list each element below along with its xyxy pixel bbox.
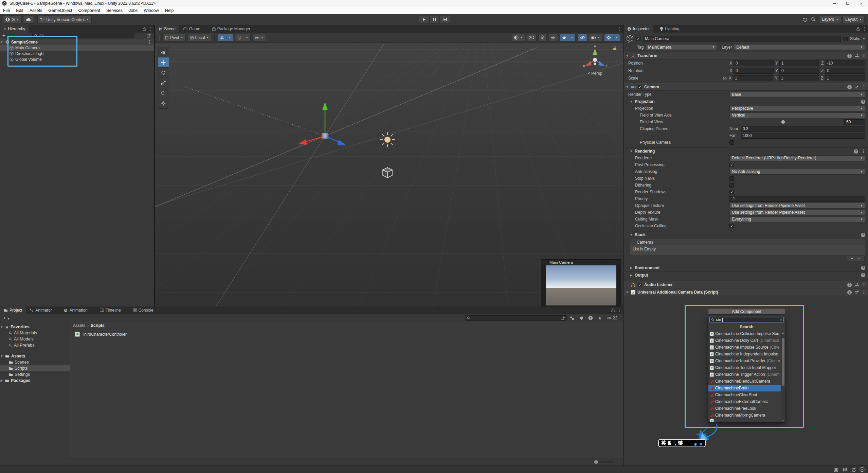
drag-handle-icon[interactable]: [543, 261, 547, 264]
projection-dropdown[interactable]: Perspective▼: [729, 106, 865, 111]
component-list-item[interactable]: CinemachineMixingCamera: [708, 412, 785, 419]
account-dropdown[interactable]: G▼: [3, 16, 22, 23]
camera-component-header[interactable]: ▼ Camera ? ⋮: [623, 83, 868, 91]
output-foldout[interactable]: ▶Output ?: [623, 271, 868, 279]
project-search-input[interactable]: [465, 315, 567, 321]
component-list-item[interactable]: CinemachineBlendListCamera: [708, 378, 785, 385]
minimize-button[interactable]: [827, 0, 841, 7]
pivot-dropdown[interactable]: Pivot▼: [162, 34, 186, 41]
active-checkbox[interactable]: [636, 37, 640, 41]
physical-camera-checkbox[interactable]: [729, 140, 734, 145]
camera-settings-dropdown[interactable]: ▼: [589, 34, 602, 41]
view-hand-tool[interactable]: [158, 47, 169, 57]
effects-caret[interactable]: ▼: [569, 36, 573, 39]
folder-settings[interactable]: Settings: [0, 371, 70, 378]
component-menu-icon[interactable]: ⋮: [862, 282, 866, 287]
hierarchy-item-directional-light[interactable]: Directional Light: [0, 51, 154, 56]
search-icon[interactable]: [811, 17, 816, 22]
scale-x-field[interactable]: 1: [733, 75, 773, 81]
scale-y-field[interactable]: 1: [779, 75, 819, 81]
static-checkbox[interactable]: [843, 37, 848, 41]
component-menu-icon[interactable]: ⋮: [862, 85, 866, 89]
rotation-x-field[interactable]: 0: [734, 68, 774, 74]
snap-toggle[interactable]: ▼: [235, 34, 251, 41]
component-list-item[interactable]: #Cinemachine Trigger Action (Cinem: [708, 371, 785, 378]
assets-root[interactable]: ▼ Assets: [0, 353, 70, 359]
rotation-z-field[interactable]: 0: [825, 68, 865, 74]
help-icon[interactable]: ?: [861, 100, 865, 104]
pause-button[interactable]: [429, 16, 440, 23]
add-component-button[interactable]: Add Component: [708, 308, 785, 315]
render-shadows-checkbox[interactable]: [729, 190, 734, 194]
scene-viewport[interactable]: y x z < Persp Ma: [155, 43, 623, 306]
help-icon[interactable]: ?: [861, 266, 865, 270]
menu-help[interactable]: Help: [162, 8, 177, 13]
transform-component-header[interactable]: ▼ Transform ? ⋮: [623, 52, 868, 59]
uacd-component-header[interactable]: ▼ # Universal Additional Camera Data (Sc…: [623, 288, 868, 296]
menu-file[interactable]: File: [0, 8, 13, 13]
filter-by-label-icon[interactable]: [579, 316, 583, 320]
hierarchy-scene-row[interactable]: ▼ SampleScene ⋮: [0, 39, 154, 45]
component-list-item[interactable]: CinemachineClearShot: [708, 391, 785, 398]
shading-mode-dropdown[interactable]: ▼: [512, 34, 525, 41]
burst-disabled-icon[interactable]: [842, 467, 848, 472]
menu-component[interactable]: Component: [75, 8, 103, 13]
menu-jobs[interactable]: Jobs: [126, 8, 141, 13]
rotation-y-field[interactable]: 0: [779, 68, 819, 74]
component-list-item[interactable]: #Cinemachine Independent Impulse: [708, 351, 785, 357]
hierarchy-item-main-camera[interactable]: Main Camera: [0, 45, 154, 51]
tab-console[interactable]: Console: [129, 306, 157, 314]
layer-dropdown[interactable]: Default▼: [734, 44, 865, 50]
local-dropdown[interactable]: Local▼: [187, 34, 212, 41]
projection-mode-label[interactable]: < Persp: [581, 71, 609, 76]
hidden-packages-icon[interactable]: [588, 316, 593, 320]
component-enabled-checkbox[interactable]: [638, 283, 642, 287]
help-icon[interactable]: ?: [861, 233, 865, 237]
progress-ok-icon[interactable]: [860, 467, 865, 472]
help-icon[interactable]: ?: [861, 273, 865, 277]
component-list-item[interactable]: #Cinemachine Impulse Source (Cine: [708, 344, 785, 351]
depth-texture-dropdown[interactable]: Use settings from Render Pipeline Asset▼: [729, 210, 865, 215]
rect-tool[interactable]: [158, 88, 169, 98]
position-y-field[interactable]: 1: [779, 60, 819, 66]
tab-scene[interactable]: Scene: [155, 25, 179, 33]
presets-icon[interactable]: [855, 291, 859, 294]
icon-size-slider[interactable]: [595, 461, 614, 462]
gizmos-caret[interactable]: ▼: [613, 36, 618, 39]
tab-game[interactable]: Game: [179, 25, 204, 33]
foldout-caret[interactable]: ▼: [0, 40, 3, 44]
fov-slider[interactable]: [729, 122, 843, 122]
debugger-disabled-icon[interactable]: [833, 467, 839, 472]
presets-icon[interactable]: [855, 283, 859, 286]
fov-field[interactable]: 60: [844, 119, 865, 125]
ime-mode-label[interactable]: 英: [661, 440, 666, 446]
stop-nans-checkbox[interactable]: [729, 176, 734, 181]
help-icon[interactable]: ?: [847, 85, 852, 89]
gizmo-lock-icon[interactable]: [613, 46, 617, 51]
presets-icon[interactable]: [855, 85, 859, 89]
foldout-caret[interactable]: ▼: [626, 291, 629, 294]
presets-icon[interactable]: [855, 54, 859, 57]
position-x-field[interactable]: 0: [734, 60, 774, 66]
clear-search-icon[interactable]: ×: [780, 317, 782, 322]
component-menu-icon[interactable]: ⋮: [862, 53, 866, 58]
scale-z-field[interactable]: 1: [825, 75, 865, 81]
component-list-item-selected[interactable]: CinemachineBrain: [708, 385, 785, 391]
rendering-foldout[interactable]: ▼Rendering ?⋮: [623, 148, 868, 155]
snap-options-caret[interactable]: ▼: [244, 36, 248, 39]
render-type-dropdown[interactable]: Base▼: [729, 92, 865, 98]
tab-package-manager[interactable]: Package Manager: [208, 25, 254, 33]
menu-assets[interactable]: Assets: [26, 8, 46, 13]
component-list-item[interactable]: CinemachineExternalCamera: [708, 398, 785, 405]
static-flags-caret[interactable]: ▼: [863, 37, 865, 40]
culling-mask-dropdown[interactable]: Everything▼: [729, 216, 865, 222]
ime-punct-label[interactable]: ·,: [673, 440, 676, 446]
lock-icon[interactable]: [856, 27, 860, 31]
opaque-texture-dropdown[interactable]: Use settings from Render Pipeline Asset▼: [729, 203, 865, 209]
search-in-window-icon[interactable]: [561, 316, 565, 320]
hidden-objects-toggle[interactable]: [577, 34, 587, 41]
auto-refresh-disabled-icon[interactable]: [851, 467, 856, 472]
ime-keyboard-label[interactable]: 键: [678, 440, 683, 446]
post-processing-checkbox[interactable]: [729, 163, 734, 167]
component-enabled-checkbox[interactable]: [638, 85, 642, 89]
